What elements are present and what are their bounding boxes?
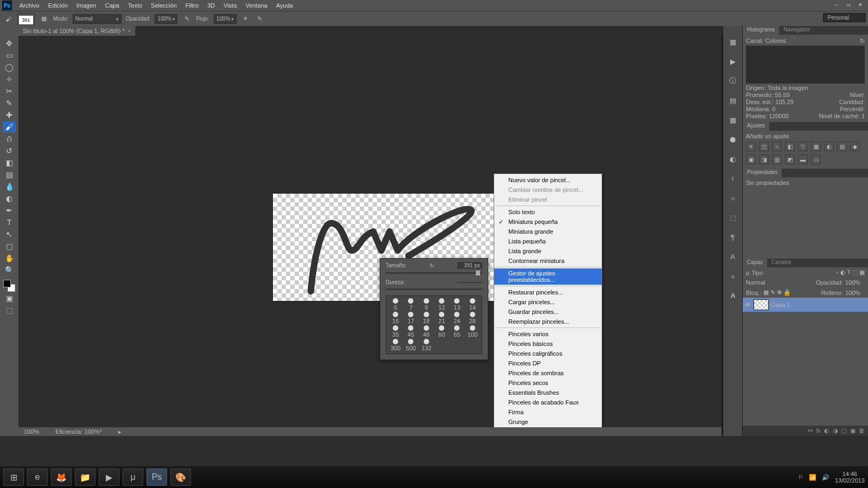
adj-curves[interactable]: ∿ — [772, 142, 782, 151]
mask-icon[interactable]: ◐ — [824, 427, 829, 434]
brush-hardness-slider[interactable] — [386, 288, 482, 290]
healing-tool[interactable]: ✚ — [3, 110, 16, 120]
layer-row[interactable]: 👁 Capa 1 — [743, 298, 868, 312]
zoom-level[interactable]: 100% — [24, 428, 39, 435]
ctx-lista-peque-a[interactable]: Lista pequeña — [494, 236, 602, 246]
taskbar-paint[interactable]: 🎨 — [170, 468, 191, 486]
brush-panel-toggle[interactable]: ▦ — [39, 14, 49, 24]
channels-tab[interactable]: Canales — [767, 259, 796, 267]
trash-icon[interactable]: 🗑 — [859, 427, 865, 434]
panel-icon-9[interactable]: ⟐ — [727, 192, 739, 204]
ctx-restaurar-pinceles[interactable]: Restaurar pinceles... — [494, 287, 602, 297]
lasso-tool[interactable]: ◯ — [3, 62, 16, 73]
flow-select[interactable]: 100% — [214, 14, 237, 24]
brush-tool[interactable]: 🖌 — [3, 121, 16, 132]
brush-preset-24[interactable]: 24 — [450, 312, 464, 324]
taskbar-clock[interactable]: 14:46 13/02/2013 — [835, 471, 865, 484]
brush-popup-gear-icon[interactable]: ⚙ — [487, 264, 493, 271]
ctx-nuevo-valor-de-pincel[interactable]: Nuevo valor de pincel... — [494, 175, 602, 185]
brush-preset-65[interactable]: 65 — [450, 325, 464, 338]
document-tab[interactable]: Sin título-1 al 100% (Capa 1, RGB/8) * × — [18, 26, 136, 36]
ctx-pinceles-dp[interactable]: Pinceles DP — [494, 358, 602, 368]
brush-preset-60[interactable]: 60 — [435, 325, 449, 338]
menu-ventana[interactable]: Ventana — [241, 1, 272, 10]
brush-preset-17[interactable]: 17 — [404, 312, 418, 324]
brush-preset-21[interactable]: 21 — [435, 312, 449, 324]
adj-invert[interactable]: ◨ — [759, 155, 769, 164]
dodge-tool[interactable]: ◐ — [3, 193, 16, 204]
opacity-select[interactable]: 100% — [155, 14, 177, 24]
ctx-lista-grande[interactable]: Lista grande — [494, 246, 602, 256]
menu-archivo[interactable]: Archivo — [15, 1, 44, 10]
brush-preset-5[interactable]: 5 — [388, 298, 403, 311]
canvas-area[interactable] — [18, 36, 722, 436]
ctx-firma[interactable]: Firma — [494, 407, 602, 417]
ctx-grunge[interactable]: Grunge — [494, 417, 602, 427]
adj-bw[interactable]: ◐ — [824, 142, 834, 151]
adjustments-tab[interactable]: Ajustes — [743, 122, 769, 131]
brush-preset-18[interactable]: 18 — [419, 312, 433, 324]
adj-thresh[interactable]: ◩ — [785, 155, 795, 164]
brush-preset-300[interactable]: 300 — [388, 339, 403, 351]
brush-preset-48[interactable]: 48 — [419, 325, 433, 338]
navigator-tab[interactable]: Navegador — [779, 26, 814, 35]
move-tool[interactable]: ✥ — [3, 38, 16, 49]
panel-icon-para[interactable]: A — [727, 251, 739, 262]
brush-preset-35[interactable]: 35 — [388, 325, 403, 338]
ctx-pinceles-varios[interactable]: Pinceles varios — [494, 329, 602, 339]
taskbar-firefox[interactable]: 🦊 — [51, 468, 72, 486]
wand-tool[interactable]: ✧ — [3, 74, 16, 85]
ctx-guardar-pinceles[interactable]: Guardar pinceles... — [494, 307, 602, 317]
history-brush-tool[interactable]: ↺ — [3, 145, 16, 156]
layers-tab[interactable]: Capas — [743, 259, 767, 267]
ctx-pinceles-caligr-ficos[interactable]: Pinceles caligráficos — [494, 349, 602, 358]
new-layer-icon[interactable]: ▣ — [850, 427, 856, 434]
brush-preset-14[interactable]: 14 — [465, 298, 480, 311]
pressure-opacity-icon[interactable]: ✎ — [182, 14, 192, 24]
ctx-contornear-miniatura[interactable]: Contornear miniatura — [494, 256, 602, 266]
adj-photo[interactable]: ▤ — [837, 142, 847, 151]
blur-tool[interactable]: 💧 — [3, 181, 16, 192]
brush-preset-grid[interactable]: 5791213141617182124283545486065100300500… — [386, 296, 482, 354]
workspace-select[interactable]: Personal — [823, 13, 866, 22]
panel-icon-8[interactable]: ♀ — [727, 172, 739, 184]
close-tab-icon[interactable]: × — [128, 28, 131, 34]
channel-select[interactable]: Colores — [765, 37, 858, 44]
quickmask-tool[interactable]: ▣ — [3, 293, 16, 304]
menu-texto[interactable]: Texto — [124, 1, 146, 10]
system-tray[interactable]: ⚐ 📶 🔊 14:46 13/02/2013 — [798, 471, 865, 484]
layer-fill-select[interactable]: 100% — [845, 290, 865, 296]
tray-network-icon[interactable]: 📶 — [809, 474, 816, 481]
ctx-gestor-de-ajustes-preestablecidos[interactable]: Gestor de ajustes preestablecidos... — [494, 268, 602, 285]
color-swatch[interactable] — [3, 280, 15, 292]
close-button[interactable]: ✕ — [855, 1, 866, 9]
panel-icon-1[interactable]: ▦ — [727, 36, 739, 48]
panel-icon-color[interactable]: ◐ — [727, 153, 739, 165]
menu-selección[interactable]: Selección — [146, 1, 181, 10]
ctx-pinceles-de-sombras[interactable]: Pinceles de sombras — [494, 368, 602, 378]
ctx-solo-texto[interactable]: Solo texto — [494, 207, 602, 217]
panel-icon-3d[interactable]: ⬢ — [727, 133, 739, 145]
layer-opacity-select[interactable]: 100% — [845, 279, 865, 286]
menu-capa[interactable]: Capa — [100, 1, 123, 10]
start-button[interactable]: ⊞ — [3, 468, 24, 486]
stamp-tool[interactable]: ⎙ — [3, 133, 16, 144]
ctx-miniatura-grande[interactable]: Miniatura grande — [494, 227, 602, 236]
adj-exposure[interactable]: ◧ — [785, 142, 795, 151]
origin-select[interactable]: Toda la imagen — [768, 85, 865, 91]
panel-icon-5[interactable]: ▦ — [727, 114, 739, 126]
adj-brightness[interactable]: ☀ — [746, 142, 756, 151]
path-tool[interactable]: ↖ — [3, 229, 16, 240]
reset-size-icon[interactable]: ↻ — [430, 262, 434, 268]
menu-vista[interactable]: Vista — [219, 1, 241, 10]
brush-preset-45[interactable]: 45 — [404, 325, 418, 338]
status-arrow-icon[interactable]: ▸ — [118, 428, 122, 435]
blend-mode-select[interactable]: Normal — [73, 14, 122, 24]
panel-icon-13[interactable]: ⟐ — [727, 270, 739, 282]
adj-mixer[interactable]: ◆ — [850, 142, 860, 151]
taskbar-media[interactable]: ▶ — [99, 468, 119, 486]
ctx-pinceles-secos[interactable]: Pinceles secos — [494, 378, 602, 388]
adj-map[interactable]: ▬ — [798, 155, 808, 164]
adj-vibrance[interactable]: ▽ — [798, 142, 808, 151]
adj-hue[interactable]: ▦ — [811, 142, 821, 151]
